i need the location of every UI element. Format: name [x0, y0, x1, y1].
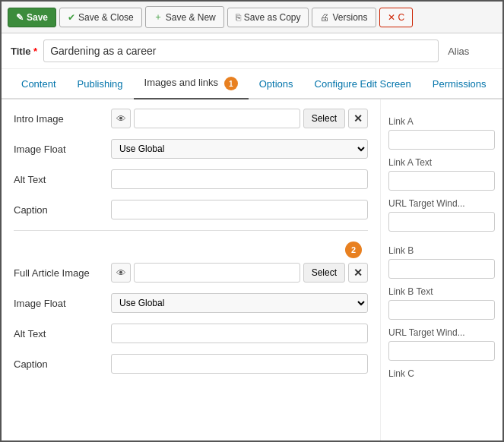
- intro-caption-label: Caption: [14, 204, 105, 216]
- tab-permissions[interactable]: Permissions: [422, 71, 497, 99]
- section-divider: [14, 230, 368, 231]
- save-close-button[interactable]: ✔ Save & Close: [59, 8, 142, 27]
- copy-icon: ⎘: [236, 12, 241, 23]
- full-article-image-row: Full Article Image 👁 Select ✕: [14, 263, 368, 283]
- intro-image-float-select[interactable]: Use Global: [111, 139, 368, 159]
- link-b-text-input[interactable]: [388, 300, 495, 320]
- link-b-label: Link B: [388, 245, 495, 256]
- full-article-eye-button[interactable]: 👁: [111, 263, 131, 283]
- intro-alt-text-row: Alt Text: [14, 169, 368, 189]
- close-button[interactable]: ✕ C: [379, 8, 414, 27]
- intro-caption-input[interactable]: [111, 200, 368, 219]
- intro-image-float-label: Image Float: [14, 144, 105, 155]
- eye-icon-2: 👁: [116, 267, 126, 279]
- intro-caption-row: Caption: [14, 200, 368, 219]
- content-area: Intro Image 👁 Select ✕ Image Float: [2, 99, 502, 440]
- title-row: Title * Alias: [2, 33, 502, 69]
- url-target-window-label: URL Target Wind...: [388, 198, 495, 209]
- link-a-input[interactable]: [388, 130, 495, 150]
- tabs-row: Content Publishing Images and links 1 Op…: [2, 69, 502, 99]
- link-a-text-input[interactable]: [388, 171, 495, 191]
- link-a-text-label: Link A Text: [388, 157, 495, 168]
- link-c-section: Link C: [388, 368, 495, 379]
- full-article-caption-row: Caption: [14, 354, 368, 374]
- main-container: ✎ Save ✔ Save & Close ＋ Save & New ⎘ Sav…: [0, 0, 504, 442]
- full-article-alt-text-input[interactable]: [111, 324, 368, 343]
- full-article-alt-text-row: Alt Text: [14, 324, 368, 343]
- eye-icon: 👁: [116, 113, 126, 125]
- link-c-label: Link C: [388, 368, 495, 379]
- save-icon: ✎: [16, 12, 24, 23]
- tab-badge-images-links: 1: [224, 77, 238, 90]
- alias-label: Alias: [448, 46, 469, 57]
- plus-icon: ＋: [154, 11, 163, 24]
- full-article-select-button[interactable]: Select: [303, 263, 345, 283]
- link-b-text-label: Link B Text: [388, 286, 495, 297]
- save-copy-button[interactable]: ⎘ Save as Copy: [227, 8, 309, 27]
- url-target-window-b-label: URL Target Wind...: [388, 327, 495, 338]
- check-icon: ✔: [68, 12, 75, 23]
- right-panel: Link A Link A Text URL Target Wind... Li…: [381, 99, 502, 440]
- tab-configure-edit-screen[interactable]: Configure Edit Screen: [304, 71, 422, 99]
- intro-image-select-button[interactable]: Select: [303, 109, 345, 128]
- close-icon: ✕: [388, 12, 395, 23]
- tab-publishing[interactable]: Publishing: [67, 71, 134, 99]
- link-a-label: Link A: [388, 116, 495, 127]
- intro-alt-text-label: Alt Text: [14, 174, 105, 185]
- link-b-section: Link B Link B Text URL Target Wind...: [388, 245, 495, 361]
- title-label: Title *: [11, 46, 37, 57]
- tab-content[interactable]: Content: [11, 71, 67, 99]
- full-article-image-field: 👁 Select ✕: [111, 263, 368, 283]
- full-article-float-select[interactable]: Use Global: [111, 293, 368, 313]
- tab-images-links[interactable]: Images and links 1: [134, 69, 249, 99]
- section-badge-2: 2: [345, 242, 362, 258]
- versions-icon: 🖨: [320, 12, 329, 23]
- versions-button[interactable]: 🖨 Versions: [312, 8, 376, 27]
- toolbar: ✎ Save ✔ Save & Close ＋ Save & New ⎘ Sav…: [2, 2, 502, 33]
- full-article-caption-label: Caption: [14, 358, 105, 370]
- full-article-caption-input[interactable]: [111, 354, 368, 374]
- intro-image-float-row: Image Float Use Global: [14, 139, 368, 159]
- intro-alt-text-input[interactable]: [111, 169, 368, 189]
- title-input[interactable]: [43, 39, 439, 62]
- intro-image-input[interactable]: [134, 109, 300, 128]
- intro-image-clear-button[interactable]: ✕: [348, 109, 368, 128]
- intro-image-row: Intro Image 👁 Select ✕: [14, 109, 368, 128]
- url-target-window-b-input[interactable]: [388, 341, 495, 361]
- full-article-image-input[interactable]: [134, 263, 300, 283]
- full-article-image-label: Full Article Image: [14, 267, 105, 279]
- full-article-alt-text-label: Alt Text: [14, 328, 105, 339]
- full-article-float-row: Image Float Use Global: [14, 293, 368, 313]
- tab-options[interactable]: Options: [249, 71, 304, 99]
- save-button[interactable]: ✎ Save: [8, 8, 56, 27]
- full-article-clear-button[interactable]: ✕: [348, 263, 368, 283]
- save-new-button[interactable]: ＋ Save & New: [145, 6, 224, 28]
- intro-image-eye-button[interactable]: 👁: [111, 109, 131, 128]
- link-b-input[interactable]: [388, 259, 495, 279]
- full-article-float-label: Image Float: [14, 298, 105, 309]
- intro-image-field: 👁 Select ✕: [111, 109, 368, 128]
- url-target-window-input[interactable]: [388, 212, 495, 232]
- left-panel: Intro Image 👁 Select ✕ Image Float: [2, 99, 381, 440]
- intro-image-label: Intro Image: [14, 113, 105, 125]
